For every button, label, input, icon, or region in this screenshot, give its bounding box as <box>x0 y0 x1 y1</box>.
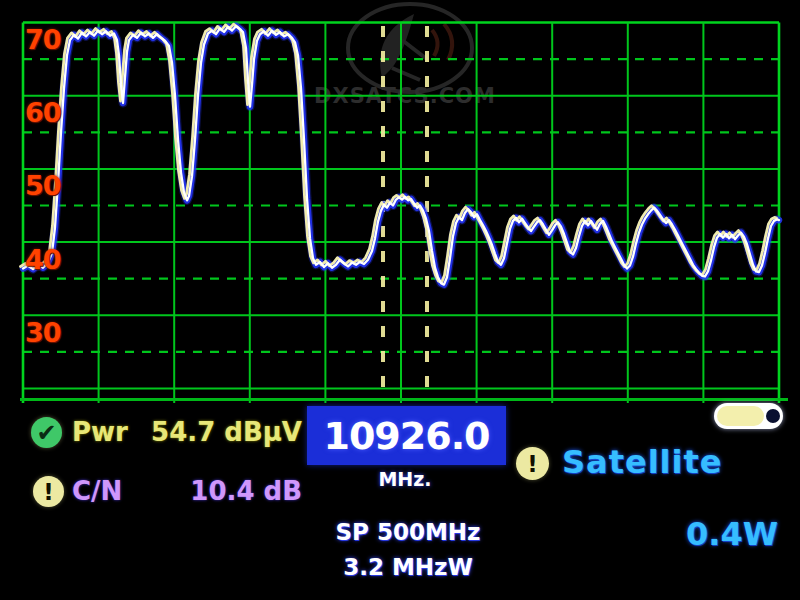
y-axis-label-30: 30 <box>25 319 69 346</box>
mode-label: Satellite <box>562 443 723 481</box>
y-axis-label-50: 50 <box>25 172 69 199</box>
frequency-value: 10926.0 <box>323 414 489 458</box>
pwr-value: 54.7 dBµV <box>140 417 302 448</box>
spectrum-chart: DXSATCS.COM <box>0 0 800 600</box>
spectrum-traces <box>21 24 780 284</box>
frequency-display: 10926.0 <box>307 406 506 465</box>
cn-value: 10.4 dB <box>140 476 302 507</box>
frequency-unit: MHz. <box>330 468 480 490</box>
lnb-power-value: 0.4W <box>640 515 778 553</box>
spectrum-analyzer-screen: DXSATCS.COM 70 60 50 40 30 ✔ Pwr 54.7 dB… <box>0 0 800 600</box>
y-axis-label-60: 60 <box>25 99 69 126</box>
battery-indicator <box>714 403 783 429</box>
grid <box>20 23 788 404</box>
span-readout: SP 500MHz <box>308 519 508 545</box>
warning-circle-icon: ! <box>33 476 64 507</box>
check-circle-icon: ✔ <box>31 417 62 448</box>
battery-level <box>717 406 764 426</box>
dxsatcs-watermark: DXSATCS.COM <box>314 4 496 108</box>
warning-circle-icon: ! <box>516 447 549 480</box>
pwr-label: Pwr <box>72 417 128 448</box>
signal-waves-icon <box>432 24 452 60</box>
battery-terminal-icon <box>766 409 780 423</box>
y-axis-label-40: 40 <box>25 246 69 273</box>
bandwidth-readout: 3.2 MHzW <box>308 554 508 580</box>
y-axis-label-70: 70 <box>25 26 69 53</box>
cn-label: C/N <box>72 476 122 507</box>
trace-yellow <box>21 24 777 282</box>
